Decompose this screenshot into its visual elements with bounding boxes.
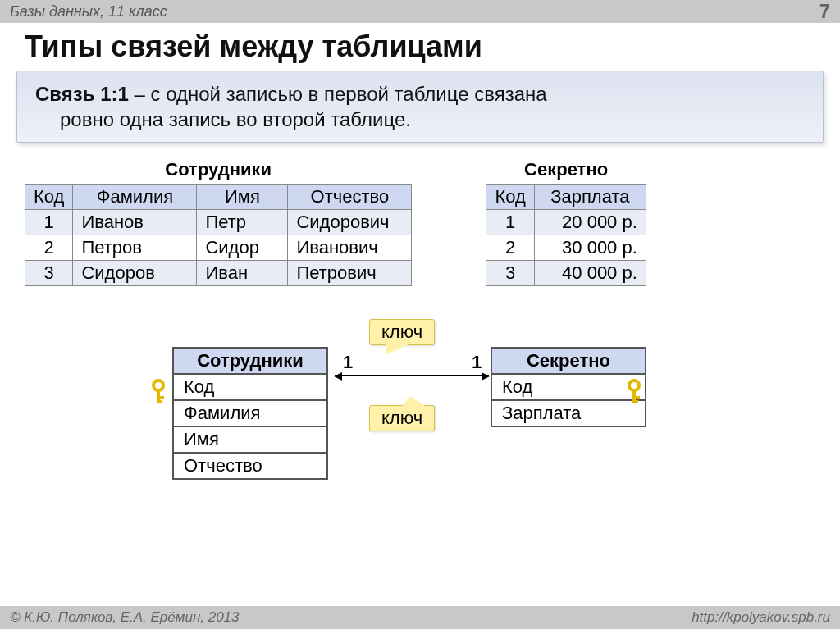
relation-line [335,375,489,376]
key-icon [623,379,645,409]
definition-line2: ровно одна запись во второй таблице. [35,107,805,132]
svg-rect-7 [632,400,638,403]
cardinality-right: 1 [472,352,482,373]
employees-table: Код Фамилия Имя Отчество 1 Иванов Петр С… [25,184,412,286]
schema-field: Фамилия [173,400,327,426]
key-icon [148,379,169,409]
svg-rect-5 [632,390,636,401]
schema-right-title: Секретно [491,348,646,374]
schema-field: Код [491,374,646,400]
tables-row: Сотрудники Код Фамилия Имя Отчество 1 Ив… [0,143,840,286]
definition-box: Связь 1:1 – с одной записью в первой таб… [16,71,824,143]
schema-field: Код [173,374,327,400]
page-title: Типы связей между таблицами [0,23,840,71]
schema-left-title: Сотрудники [173,348,327,374]
svg-point-0 [153,381,163,390]
top-bar: Базы данных, 11 класс 7 [0,0,840,23]
secret-caption: Секретно [486,159,646,180]
th-code: Код [25,185,73,210]
table-row: 2 30 000 р. [486,235,646,261]
th-salary: Зарплата [534,185,646,210]
svg-point-4 [629,381,639,390]
table-row: 3 40 000 р. [486,261,646,286]
employees-caption: Сотрудники [25,159,412,180]
schema-field: Зарплата [491,400,646,426]
employees-table-wrap: Сотрудники Код Фамилия Имя Отчество 1 Ив… [25,159,412,286]
secret-table: Код Зарплата 1 20 000 р. 2 30 000 р. 3 4… [486,184,646,286]
table-row: 1 20 000 р. [486,210,646,235]
schema-field: Имя [173,426,327,453]
slide-number: 7 [819,0,830,23]
th-lastname: Фамилия [73,185,197,210]
bottom-bar: © К.Ю. Поляков, Е.А. Ерёмин, 2013 http:/… [0,606,840,629]
definition-line1: – с одной записью в первой таблице связа… [129,83,547,105]
table-row: 1 Иванов Петр Сидорович [25,210,412,235]
svg-rect-6 [632,396,640,399]
cardinality-left: 1 [343,352,353,373]
th-patronymic: Отчество [288,185,412,210]
svg-rect-2 [157,396,164,399]
schema-employees: Сотрудники Код Фамилия Имя Отчество [172,347,328,480]
svg-rect-3 [157,400,162,403]
secret-table-wrap: Секретно Код Зарплата 1 20 000 р. 2 30 0… [486,159,646,286]
th-code: Код [486,185,534,210]
table-row: 3 Сидоров Иван Петрович [25,261,412,286]
footer-url: http://kpolyakov.spb.ru [692,609,830,626]
schema-field: Отчество [173,453,327,479]
key-callout-top: ключ [369,319,435,345]
svg-rect-1 [157,390,160,401]
th-firstname: Имя [197,185,288,210]
copyright: © К.Ю. Поляков, Е.А. Ерёмин, 2013 [10,609,240,626]
key-callout-bottom: ключ [369,405,435,431]
definition-term: Связь 1:1 [35,83,129,105]
breadcrumb: Базы данных, 11 класс [10,3,167,21]
schema-area: ключ Сотрудники Код Фамилия Имя Отчество… [0,319,840,532]
table-row: 2 Петров Сидор Иванович [25,235,412,261]
